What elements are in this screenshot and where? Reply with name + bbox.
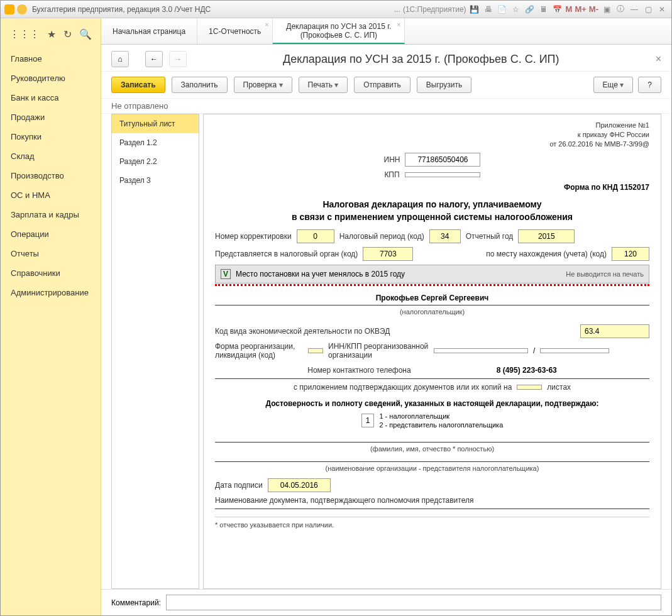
doc-icon[interactable]: 📄 bbox=[497, 4, 508, 15]
sidebar: ⋮⋮⋮ ★ ↻ 🔍 Главное Руководителю Банк и ка… bbox=[1, 18, 101, 615]
period-label: Налоговый период (код) bbox=[339, 232, 424, 241]
m-minus-button[interactable]: M- bbox=[589, 4, 598, 14]
print-button[interactable]: Печать bbox=[299, 77, 348, 93]
reorg-label: Форма реорганизации, ликвидация (код) bbox=[215, 342, 303, 360]
sidebar-item[interactable]: Главное bbox=[1, 49, 101, 69]
tab-close-icon[interactable]: × bbox=[265, 21, 269, 30]
section-list: Титульный лист Раздел 1.2 Раздел 2.2 Раз… bbox=[111, 114, 199, 589]
form-area: Приложение №1 к приказу ФНС России от 26… bbox=[203, 114, 661, 589]
link-icon[interactable]: 🔗 bbox=[524, 4, 536, 15]
sidebar-item[interactable]: Склад bbox=[1, 146, 101, 166]
help-button[interactable]: ? bbox=[638, 77, 661, 93]
slash: / bbox=[533, 346, 535, 355]
minimize-icon[interactable]: — bbox=[629, 4, 640, 15]
send-button[interactable]: Отправить bbox=[354, 77, 410, 93]
taxpayer-name: Прокофьев Сергей Сергеевич bbox=[215, 294, 649, 302]
calc-icon[interactable]: 🖩 bbox=[538, 4, 549, 15]
year-label: Отчетный год bbox=[466, 232, 514, 241]
section-title[interactable]: Титульный лист bbox=[112, 114, 199, 133]
inn-label: ИНН bbox=[384, 155, 400, 164]
sidebar-item[interactable]: Операции bbox=[1, 224, 101, 244]
kpp-field[interactable] bbox=[405, 172, 480, 177]
apps-icon[interactable]: ⋮⋮⋮ bbox=[9, 28, 40, 40]
maximize-icon[interactable]: ▢ bbox=[642, 4, 654, 15]
sidebar-item[interactable]: Продажи bbox=[1, 107, 101, 127]
okved-field[interactable]: 63.4 bbox=[580, 324, 649, 338]
form-code: Форма по КНД 1152017 bbox=[215, 183, 649, 192]
taxpayer-sublabel: (налогоплательщик) bbox=[215, 308, 649, 316]
sidebar-item[interactable]: Производство bbox=[1, 166, 101, 185]
attach-label-1: с приложением подтверждающих документов … bbox=[294, 383, 512, 392]
sidebar-item[interactable]: Руководителю bbox=[1, 69, 101, 88]
section-3[interactable]: Раздел 3 bbox=[112, 171, 199, 190]
place-field[interactable]: 120 bbox=[612, 247, 649, 261]
kpp-label: КПП bbox=[384, 170, 399, 179]
doc-title-2: в связи с применением упрощенной системы… bbox=[215, 211, 649, 223]
doc-title-1: Налоговая декларация по налогу, уплачива… bbox=[215, 198, 649, 211]
change-notice-box: V Место постановки на учет менялось в 20… bbox=[215, 265, 649, 283]
fio-note: (фамилия, имя, отчество * полностью) bbox=[215, 445, 649, 453]
check-button[interactable]: Проверка bbox=[234, 77, 292, 93]
search-icon[interactable]: 🔍 bbox=[79, 28, 92, 40]
year-field[interactable]: 2015 bbox=[518, 229, 575, 243]
calendar-icon[interactable]: 📅 bbox=[552, 4, 563, 15]
sidebar-item[interactable]: Справочники bbox=[1, 263, 101, 283]
titlebar: Бухгалтерия предприятия, редакция 3.0 /У… bbox=[1, 1, 671, 18]
forward-button[interactable]: → bbox=[169, 51, 187, 67]
section-2-2[interactable]: Раздел 2.2 bbox=[112, 152, 199, 171]
sidebar-item[interactable]: Отчеты bbox=[1, 244, 101, 263]
page-close-icon[interactable]: × bbox=[656, 53, 661, 65]
sidebar-item[interactable]: ОС и НМА bbox=[1, 185, 101, 205]
tabs: Начальная страница 1С-Отчетность× Деклар… bbox=[101, 18, 671, 45]
star-icon[interactable]: ☆ bbox=[510, 4, 522, 15]
history-icon[interactable]: ↻ bbox=[63, 28, 72, 40]
fill-button[interactable]: Заполнить bbox=[172, 77, 228, 93]
period-field[interactable]: 34 bbox=[429, 229, 461, 243]
phone-label: Номер контактного телефона bbox=[307, 366, 410, 375]
reorg-inn-field[interactable] bbox=[434, 348, 528, 353]
info-icon[interactable]: ⓘ bbox=[615, 4, 626, 15]
save-button[interactable]: Записать bbox=[111, 77, 165, 93]
tab-close-icon[interactable]: × bbox=[397, 21, 401, 30]
attach-pages-field[interactable] bbox=[517, 385, 542, 390]
reorg-code-field[interactable] bbox=[308, 348, 323, 353]
sidebar-item[interactable]: Покупки bbox=[1, 127, 101, 146]
confirm-header: Достоверность и полноту сведений, указан… bbox=[215, 399, 649, 408]
tab-declaration[interactable]: Декларация по УСН за 2015 г. (Прокофьев … bbox=[273, 18, 405, 44]
status-label: Не отправлено bbox=[101, 98, 671, 114]
change-checkbox[interactable]: V bbox=[221, 269, 231, 279]
confirm-code-field[interactable]: 1 bbox=[361, 414, 375, 427]
save-icon[interactable]: 💾 bbox=[469, 4, 480, 15]
home-button[interactable]: ⌂ bbox=[111, 51, 129, 67]
m-button[interactable]: M bbox=[566, 4, 573, 14]
tab-reporting[interactable]: 1С-Отчетность× bbox=[197, 18, 273, 44]
sidebar-item[interactable]: Администрирование bbox=[1, 283, 101, 302]
section-1-2[interactable]: Раздел 1.2 bbox=[112, 133, 199, 152]
dropdown-icon[interactable] bbox=[17, 4, 27, 14]
tax-org-field[interactable]: 7703 bbox=[363, 247, 413, 261]
tab-home[interactable]: Начальная страница bbox=[101, 18, 197, 44]
favorite-icon[interactable]: ★ bbox=[47, 28, 56, 40]
print-icon[interactable]: 🖶 bbox=[483, 4, 494, 15]
change-text: Место постановки на учет менялось в 2015… bbox=[236, 270, 405, 278]
sidebar-item[interactable]: Зарплата и кадры bbox=[1, 205, 101, 224]
sidebar-item[interactable]: Банк и касса bbox=[1, 88, 101, 107]
corr-field[interactable]: 0 bbox=[297, 229, 334, 243]
inn-field[interactable]: 771865050406 bbox=[405, 153, 480, 167]
close-icon[interactable]: ✕ bbox=[656, 4, 668, 15]
reorg-kpp-field[interactable] bbox=[540, 348, 609, 353]
title-ellipsis: ... bbox=[394, 5, 400, 14]
auth-doc-label: Наименование документа, подтверждающего … bbox=[215, 496, 649, 505]
comment-input[interactable] bbox=[166, 595, 661, 610]
red-separator bbox=[215, 283, 649, 286]
sign-date-field[interactable]: 04.05.2016 bbox=[268, 478, 331, 492]
window-title: Бухгалтерия предприятия, редакция 3.0 /У… bbox=[32, 5, 211, 14]
footnote: * отчество указывается при наличии. bbox=[215, 521, 649, 529]
m-plus-button[interactable]: M+ bbox=[575, 4, 586, 14]
panel-icon[interactable]: ▣ bbox=[601, 4, 612, 15]
upload-button[interactable]: Выгрузить bbox=[417, 77, 472, 93]
back-button[interactable]: ← bbox=[145, 51, 163, 67]
more-button[interactable]: Еще bbox=[593, 77, 634, 93]
appendix-line: Приложение №1 bbox=[215, 121, 649, 130]
confirm-opt-2: 2 - представитель налогоплательщика bbox=[379, 421, 503, 429]
